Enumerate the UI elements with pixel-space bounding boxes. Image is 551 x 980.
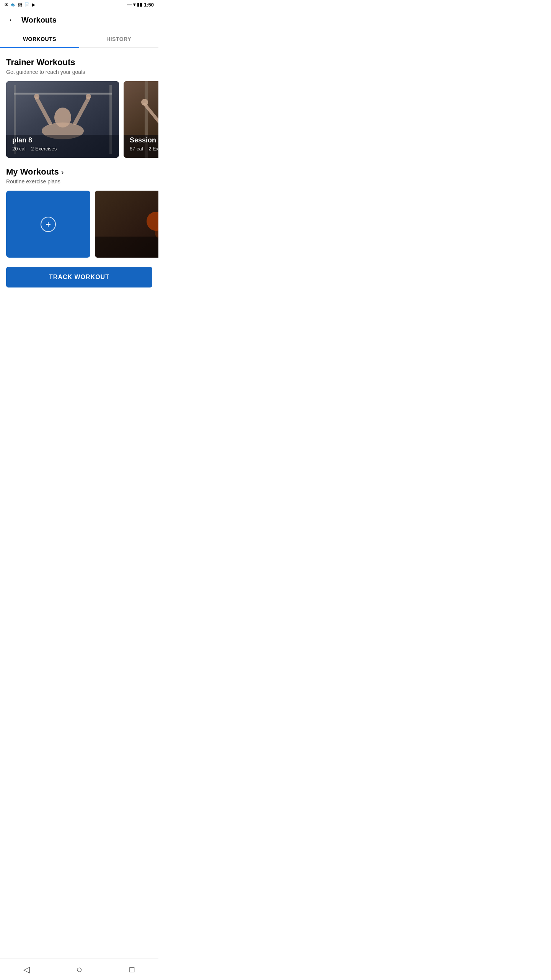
my-workouts-section: My Workouts › Routine exercise plans + — [0, 158, 158, 258]
track-workout-button[interactable]: TRACK WORKOUT — [6, 267, 152, 287]
trainer-card-session2[interactable]: Session 2 87 cal 2 Exercises — [124, 81, 158, 158]
wifi-icon: ▾ — [133, 2, 135, 7]
time-display: 1:50 — [144, 2, 154, 8]
add-workout-icon: + — [41, 217, 56, 232]
svg-point-14 — [141, 99, 148, 106]
my-workouts-subtitle: Routine exercise plans — [6, 178, 152, 185]
back-button[interactable]: ← — [6, 14, 18, 26]
track-workout-container: TRACK WORKOUT — [0, 261, 158, 294]
main-content: Trainer Workouts Get guidance to reach y… — [0, 48, 158, 158]
svg-point-5 — [54, 108, 71, 127]
svg-point-9 — [86, 94, 91, 99]
tab-history[interactable]: HISTORY — [79, 31, 158, 47]
plan8-label: plan 8 20 cal 2 Exercises — [12, 136, 57, 152]
session2-label: Session 2 87 cal 2 Exercises — [130, 136, 158, 152]
tab-workouts[interactable]: WORKOUTS — [0, 31, 79, 47]
signal-icon: ▮▮ — [137, 2, 142, 7]
svg-rect-3 — [14, 93, 112, 95]
page-header: ← Workouts — [0, 9, 158, 31]
my-workouts-title: My Workouts — [6, 167, 59, 177]
svg-point-8 — [34, 94, 39, 99]
my-workouts-cards-scroll: + — [0, 191, 158, 258]
svg-rect-21 — [95, 237, 158, 258]
add-workout-card[interactable]: + — [6, 191, 90, 258]
battery-icon: — — [127, 2, 132, 7]
my-workouts-chevron-icon: › — [61, 168, 64, 176]
status-bar-left: ✉ 🐟 🖼 📄 ▶ — [5, 2, 35, 7]
page-title: Workouts — [21, 16, 57, 24]
tab-bar: WORKOUTS HISTORY — [0, 31, 158, 48]
trainer-cards-scroll: plan 8 20 cal 2 Exercises — [0, 81, 158, 158]
status-bar: ✉ 🐟 🖼 📄 ▶ — ▾ ▮▮ 1:50 — [0, 0, 158, 9]
exercise-card[interactable] — [95, 191, 158, 258]
trainer-section-subtitle: Get guidance to reach your goals — [6, 69, 152, 75]
trainer-card-plan8[interactable]: plan 8 20 cal 2 Exercises — [6, 81, 119, 158]
trainer-section-title: Trainer Workouts — [6, 57, 152, 67]
status-bar-right: — ▾ ▮▮ 1:50 — [127, 2, 154, 8]
my-workouts-header: My Workouts › — [6, 167, 152, 177]
